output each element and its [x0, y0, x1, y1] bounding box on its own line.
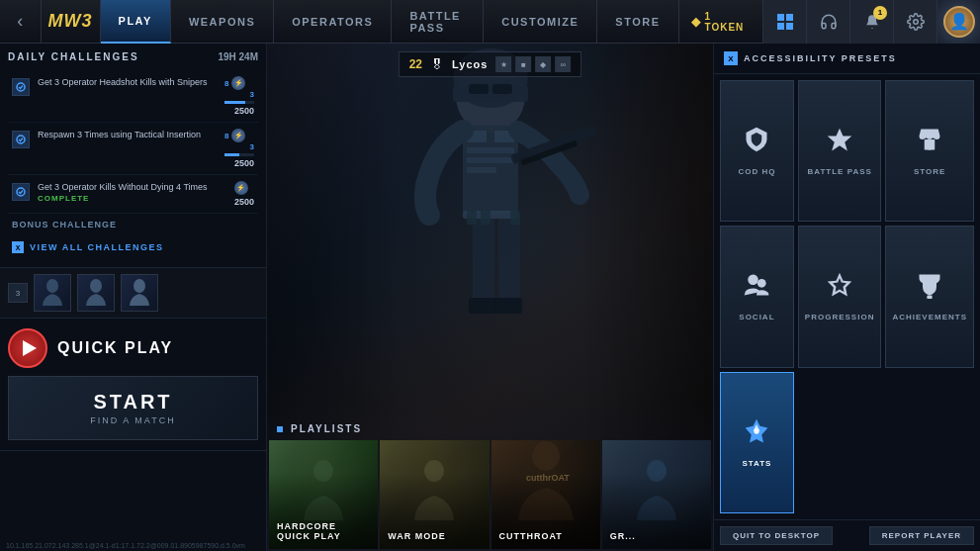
playlists-header: PLAYLISTS — [267, 417, 713, 440]
svg-point-4 — [913, 19, 918, 24]
presets-grid: COD HQ BATTLE PASS — [714, 74, 980, 519]
preset-stats[interactable]: STATS — [720, 372, 794, 513]
tab-battle-pass[interactable]: BATTLE PASS — [392, 0, 484, 44]
challenge-icon-2 — [12, 131, 30, 148]
server-info: 10.1.165.21.072.143.285.1@24.1-d1:17.1.7… — [0, 540, 251, 551]
accessibility-header: X ACCESSIBILITY PRESETS — [714, 44, 980, 74]
operator-badge: 3 — [8, 283, 28, 303]
playlist-label-cutthroat: CUTTHROAT — [499, 531, 592, 541]
challenge-item-3: Get 3 Operator Kills Without Dying 4 Tim… — [8, 175, 258, 214]
operator-thumbs: 3 — [0, 268, 266, 319]
start-button[interactable]: START FIND A MATCH — [8, 376, 258, 440]
svg-rect-3 — [786, 23, 793, 30]
preset-cod-hq[interactable]: COD HQ — [720, 80, 794, 222]
challenges-title: DAILY CHALLENGES — [8, 51, 139, 62]
daily-challenges: DAILY CHALLENGES 19H 24M Get 3 Operator … — [0, 44, 266, 268]
play-button[interactable] — [8, 328, 47, 368]
report-player-button[interactable]: REPORT PLAYER — [869, 526, 974, 545]
play-triangle-icon — [23, 340, 37, 356]
center-panel: 22 🎖 Lycos ★ ■ ◆ ∞ PLAYLISTS — [267, 44, 713, 551]
operator-thumb-2[interactable] — [77, 274, 115, 312]
player-level: 22 — [409, 57, 422, 71]
hud-badge-3: ◆ — [535, 56, 551, 72]
battle-pass-icon — [826, 126, 853, 159]
svg-rect-13 — [453, 86, 528, 102]
tab-weapons[interactable]: WEAPONS — [171, 0, 274, 44]
operator-thumb-1[interactable] — [34, 274, 71, 312]
soldier-silhouette — [352, 44, 629, 442]
preset-store[interactable]: STORE — [885, 80, 974, 222]
tab-operators[interactable]: OPERATORS — [274, 0, 392, 44]
svg-rect-26 — [469, 298, 496, 314]
preset-battle-pass[interactable]: BATTLE PASS — [798, 80, 882, 222]
grid-view-button[interactable] — [762, 0, 806, 44]
back-button[interactable]: ‹ — [0, 0, 42, 44]
preset-progression[interactable]: PROGRESSION — [798, 226, 882, 367]
progression-icon — [826, 271, 853, 305]
playlists-title: PLAYLISTS — [291, 423, 362, 434]
tab-store[interactable]: STORE — [597, 0, 678, 44]
svg-point-41 — [757, 279, 766, 288]
challenge-text-3: Get 3 Operator Kills Without Dying 4 Tim… — [38, 181, 226, 194]
nav-tabs: PLAY WEAPONS OPERATORS BATTLE PASS CUSTO… — [101, 0, 679, 44]
svg-rect-39 — [928, 143, 932, 150]
right-panel: X ACCESSIBILITY PRESETS COD HQ — [713, 44, 980, 551]
cod-hq-label: COD HQ — [738, 167, 775, 176]
tab-customize[interactable]: CUSTOMIZE — [484, 0, 597, 44]
right-panel-bottom: QUIT TO DESKTOP REPORT PLAYER — [714, 519, 980, 551]
headset-button[interactable] — [806, 0, 849, 44]
svg-point-47 — [755, 428, 759, 433]
svg-rect-0 — [777, 14, 784, 21]
svg-rect-1 — [786, 14, 793, 21]
social-label: SOCIAL — [739, 313, 774, 321]
notification-badge: 1 — [873, 6, 887, 20]
playlist-card-gr[interactable]: GR... — [602, 440, 711, 549]
challenge-progress-2: 8 ⚡ 3 2500 — [224, 129, 254, 168]
stats-label: STATS — [742, 459, 771, 468]
left-panel: DAILY CHALLENGES 19H 24M Get 3 Operator … — [0, 44, 267, 551]
bonus-challenge: BONUS CHALLENGE — [8, 214, 258, 235]
svg-point-40 — [749, 275, 759, 286]
quick-play-header: QUICK PLAY — [8, 328, 258, 368]
playlist-card-hardcore[interactable]: HARDCORE QUICK PLAY — [269, 440, 378, 549]
main-layout: DAILY CHALLENGES 19H 24M Get 3 Operator … — [0, 44, 980, 551]
playlist-cards: HARDCORE QUICK PLAY WAR MODE — [267, 440, 713, 551]
svg-rect-44 — [928, 296, 933, 300]
challenge-item-2: Respawn 3 Times using Tactical Insertion… — [8, 123, 258, 175]
battle-pass-label: BATTLE PASS — [807, 167, 871, 176]
svg-rect-31 — [510, 211, 520, 225]
avatar-button[interactable]: 👤 — [936, 0, 980, 44]
challenge-progress-1: 8 ⚡ 3 2500 — [224, 76, 254, 116]
view-all-label: VIEW ALL CHALLENGES — [30, 242, 164, 252]
playlist-label-gr: GR... — [610, 531, 703, 541]
playlist-label-hardcore: HARDCORE QUICK PLAY — [277, 521, 370, 541]
player-name: Lycos — [452, 58, 488, 70]
player-icon: 🎖 — [430, 56, 444, 72]
notifications-button[interactable]: 1 — [849, 0, 893, 44]
challenge-text-1: Get 3 Operator Headshot Kills with Snipe… — [38, 76, 217, 89]
operator-thumb-3[interactable] — [121, 274, 158, 312]
achievements-icon — [916, 271, 943, 305]
view-all-button[interactable]: X VIEW ALL CHALLENGES — [8, 235, 258, 259]
playlist-label-war: WAR MODE — [388, 531, 481, 541]
store-icon — [916, 126, 943, 159]
quit-to-desktop-button[interactable]: QUIT TO DESKTOP — [720, 526, 833, 545]
hud-badge-2: ■ — [515, 56, 531, 72]
settings-button[interactable] — [893, 0, 936, 44]
preset-social[interactable]: SOCIAL — [720, 226, 794, 367]
playlists-section: PLAYLISTS HARDCORE — [267, 417, 713, 551]
playlist-card-cutthroat[interactable]: cutthrOAT CUTTHROAT — [491, 440, 600, 549]
quick-play-label: QUICK PLAY — [57, 339, 173, 357]
accessibility-close-button[interactable]: X — [724, 51, 738, 65]
svg-point-10 — [134, 279, 145, 293]
playlist-card-war[interactable]: WAR MODE — [380, 440, 489, 549]
preset-achievements[interactable]: ACHIEVEMENTS — [885, 226, 974, 367]
token-badge: ◆ 1 TOKEN — [679, 0, 763, 44]
player-badges: ★ ■ ◆ ∞ — [495, 56, 571, 72]
challenge-icon-3 — [12, 183, 30, 201]
achievements-label: ACHIEVEMENTS — [892, 313, 967, 321]
tab-play[interactable]: PLAY — [101, 0, 171, 44]
svg-rect-19 — [467, 147, 514, 153]
avatar: 👤 — [943, 6, 975, 38]
svg-point-8 — [46, 279, 58, 293]
